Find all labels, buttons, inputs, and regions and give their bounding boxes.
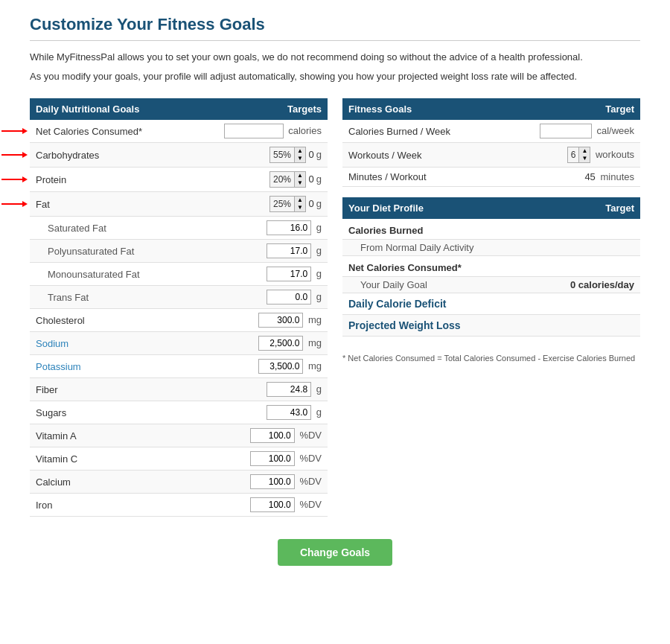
diet-header-target: Target [535, 197, 640, 219]
unit-label: g [313, 291, 322, 302]
row-value: mg [185, 309, 328, 332]
diet-row-value [535, 240, 640, 256]
unit-label: %DV [297, 499, 322, 510]
value-input[interactable] [267, 290, 311, 305]
page-title: Customize Your Fitness Goals [30, 15, 640, 41]
row-label: Polyunsaturated Fat [30, 240, 185, 263]
diet-section-label: Net Calories Consumed* [342, 256, 640, 277]
diet-header-label: Your Diet Profile [342, 197, 535, 219]
row-value: g [185, 378, 328, 401]
unit-label: %DV [297, 453, 322, 464]
gram-value: 0 [306, 173, 314, 185]
spinner-down[interactable]: ▼ [295, 179, 305, 187]
diet-row: Your Daily Goal0 calories/day [342, 277, 640, 293]
spinner-down[interactable]: ▼ [295, 155, 305, 162]
row-value: %DV [185, 447, 328, 471]
spinner-up[interactable]: ▲ [295, 172, 305, 179]
svg-marker-11 [22, 176, 28, 182]
row-label: Vitamin C [30, 447, 185, 471]
spinner-buttons[interactable]: ▲▼ [294, 197, 305, 211]
unit-label: g [313, 383, 322, 395]
value-input[interactable] [250, 474, 295, 489]
row-value: mg [185, 355, 328, 378]
daily-calorie-deficit-label: Daily Calorie Deficit [342, 293, 640, 315]
table-row: Calcium %DV [30, 471, 328, 494]
daily-calorie-deficit-row: Daily Calorie Deficit [342, 293, 640, 315]
table-row: Iron %DV [30, 494, 328, 517]
value-input[interactable] [267, 220, 311, 235]
nutritional-header-label: Daily Nutritional Goals [30, 98, 185, 120]
value-input[interactable] [267, 382, 311, 397]
fitness-row-value: cal/week [497, 120, 640, 143]
spinner-down[interactable]: ▼ [295, 204, 305, 211]
percent-value: 25% [270, 197, 294, 211]
value-input[interactable] [250, 451, 295, 466]
row-label: Fat [30, 192, 185, 217]
unit-label: minutes [598, 171, 634, 182]
percent-spinner[interactable]: 20%▲▼ [269, 171, 306, 188]
row-label: Sugars [30, 401, 185, 424]
value-input[interactable] [250, 428, 295, 443]
unit-label: g [313, 245, 322, 256]
spinner-buttons[interactable]: ▲▼ [294, 147, 305, 162]
row-value: %DV [185, 494, 328, 517]
percent-spinner[interactable]: 55%▲▼ [269, 147, 306, 163]
spinner-up[interactable]: ▲ [295, 197, 305, 204]
row-value: %DV [185, 424, 328, 447]
nutritional-header-target: Targets [185, 98, 328, 120]
table-row: Vitamin C %DV [30, 447, 328, 471]
diet-section-header-row: Calories Burned [342, 219, 640, 240]
table-row: Cholesterol mg [30, 309, 328, 332]
percent-value: 55% [270, 148, 294, 162]
row-label: Potassium [30, 355, 185, 378]
right-column: Fitness Goals Target Calories Burned / W… [342, 98, 640, 364]
gram-value: 0 [306, 198, 314, 209]
bottom-section: Change Goals [30, 539, 640, 566]
svg-marker-3 [22, 128, 28, 134]
value-input[interactable] [258, 359, 303, 374]
table-row: Fat25%▲▼ 0g [30, 192, 328, 217]
row-label: Iron [30, 494, 185, 517]
unit-label: %DV [297, 430, 322, 441]
diet-row: From Normal Daily Activity [342, 240, 640, 256]
spinner-buttons[interactable]: ▲▼ [578, 147, 590, 162]
nutritional-goals-table: Daily Nutritional Goals Targets Net Calo… [30, 98, 328, 517]
table-row: Saturated Fat g [30, 217, 328, 240]
main-content: Daily Nutritional Goals Targets Net Calo… [30, 98, 640, 517]
row-label: Saturated Fat [30, 217, 185, 240]
spinner-up[interactable]: ▲ [579, 147, 590, 155]
row-label: Protein [30, 168, 185, 192]
row-value: g [185, 217, 328, 240]
percent-spinner[interactable]: 25%▲▼ [269, 196, 306, 212]
value-input[interactable] [258, 336, 303, 351]
intro-text-2: As you modify your goals, your profile w… [30, 69, 640, 84]
unit-label: mg [305, 337, 322, 348]
projected-weight-loss-row: Projected Weight Loss [342, 315, 640, 337]
arrow-icon [0, 199, 28, 209]
value-input[interactable] [258, 313, 303, 328]
value-input[interactable] [267, 243, 311, 258]
arrow-icon [0, 174, 28, 185]
change-goals-button[interactable]: Change Goals [278, 539, 392, 566]
spinner-down[interactable]: ▼ [579, 155, 590, 162]
workout-spinner[interactable]: 6▲▼ [567, 147, 591, 163]
value-input[interactable] [250, 497, 295, 512]
unit-label: g [313, 222, 322, 233]
table-row: Protein20%▲▼ 0g [30, 168, 328, 192]
row-label: Carbohydrates [30, 143, 185, 168]
row-value: %DV [185, 471, 328, 494]
left-column: Daily Nutritional Goals Targets Net Calo… [30, 98, 328, 517]
spinner-buttons[interactable]: ▲▼ [294, 172, 305, 187]
value-input[interactable] [267, 405, 311, 420]
row-value: g [185, 401, 328, 424]
row-value: calories [185, 120, 328, 143]
calorie-input[interactable] [224, 124, 284, 138]
row-label: Sodium [30, 332, 185, 355]
unit-label: mg [305, 314, 322, 325]
calories-burned-input[interactable] [540, 124, 592, 138]
row-value: g [185, 263, 328, 286]
spinner-up[interactable]: ▲ [295, 147, 305, 155]
value-input[interactable] [267, 267, 311, 281]
projected-weight-loss-label: Projected Weight Loss [342, 315, 640, 337]
row-value: 20%▲▼ 0g [185, 168, 328, 192]
